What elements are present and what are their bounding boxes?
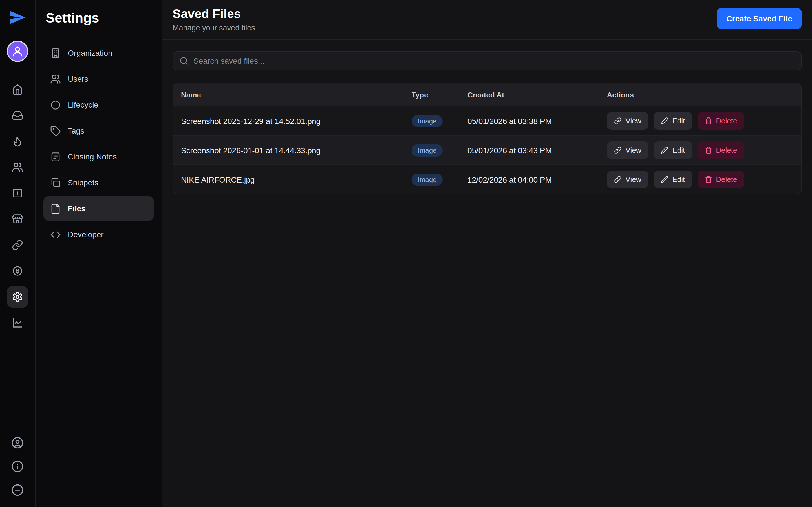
circle-icon [50, 100, 61, 110]
file-icon [50, 203, 61, 214]
settings-icon[interactable] [7, 286, 28, 307]
home-icon[interactable] [7, 79, 28, 100]
sidebar-item-label: Tags [68, 126, 84, 135]
account-icon[interactable] [10, 435, 26, 451]
tag-icon [50, 125, 61, 136]
sidebar-item-developer[interactable]: Developer [43, 222, 154, 247]
link-icon [614, 176, 622, 183]
sidebar-item-files[interactable]: Files [43, 196, 154, 221]
edit-button[interactable]: Edit [654, 142, 692, 159]
note-icon [50, 151, 61, 162]
pencil-icon [661, 147, 668, 154]
search-bar[interactable] [172, 51, 802, 70]
building-icon [50, 48, 61, 58]
trash-icon [705, 117, 712, 124]
saved-files-table: Name Type Created At Actions Screenshot … [172, 83, 802, 194]
settings-sidebar: Settings Organization Users Lifecycle [36, 0, 162, 507]
table-row: NIKE AIRFORCE.jpg Image 12/02/2026 at 04… [173, 165, 801, 194]
users-icon [50, 73, 61, 84]
sidebar-item-label: Organization [68, 48, 112, 57]
sidebar-item-label: Files [68, 204, 86, 213]
column-header-created-at: Created At [460, 91, 599, 99]
sidebar-item-closing-notes[interactable]: Closing Notes [43, 144, 154, 169]
rail-nav [7, 79, 28, 334]
row-actions: View Edit Delete [599, 171, 801, 188]
code-icon [50, 229, 61, 240]
app-logo[interactable] [8, 8, 27, 27]
sidebar-title: Settings [43, 10, 154, 26]
trash-icon [705, 147, 712, 154]
file-name: NIKE AIRFORCE.jpg [173, 175, 404, 184]
sidebar-item-label: Closing Notes [68, 152, 117, 161]
users-icon[interactable] [7, 157, 28, 178]
sidebar-item-label: Lifecycle [68, 100, 98, 109]
sidebar-item-label: Users [68, 74, 88, 83]
user-avatar[interactable] [7, 41, 28, 62]
table-row: Screenshot 2025-12-29 at 14.52.01.png Im… [173, 106, 801, 135]
column-header-name: Name [173, 91, 404, 99]
row-actions: View Edit Delete [599, 112, 801, 129]
snippet-icon [50, 177, 61, 188]
file-name: Screenshot 2025-12-29 at 14.52.01.png [173, 116, 404, 125]
link-icon[interactable] [7, 234, 28, 256]
app-root: Settings Organization Users Lifecycle [0, 0, 812, 507]
view-button[interactable]: View [607, 112, 649, 129]
info-icon[interactable] [10, 459, 26, 474]
sidebar-item-organization[interactable]: Organization [43, 41, 154, 65]
file-name: Screenshot 2026-01-01 at 14.44.33.png [173, 146, 404, 155]
column-header-type: Type [404, 91, 460, 99]
store-icon[interactable] [7, 209, 28, 230]
user-icon [11, 45, 24, 57]
paper-plane-icon [9, 9, 26, 26]
inbox-icon[interactable] [7, 105, 28, 126]
search-icon [179, 56, 188, 65]
collapse-icon[interactable] [10, 482, 26, 498]
board-icon[interactable] [7, 182, 28, 204]
type-badge: Image [412, 115, 443, 127]
flame-icon[interactable] [7, 131, 28, 152]
type-badge: Image [412, 173, 443, 186]
delete-button[interactable]: Delete [697, 171, 744, 188]
link-icon [614, 117, 622, 124]
created-at: 12/02/2026 at 04:00 PM [460, 175, 599, 184]
sidebar-item-users[interactable]: Users [43, 66, 154, 91]
view-button[interactable]: View [607, 142, 649, 159]
content-area: Name Type Created At Actions Screenshot … [162, 40, 812, 206]
sidebar-item-snippets[interactable]: Snippets [43, 170, 154, 195]
page-title: Saved Files [172, 7, 255, 21]
icon-rail [0, 0, 36, 507]
main-content: Saved Files Manage your saved files Crea… [162, 0, 812, 507]
plug-icon[interactable] [7, 260, 28, 282]
page-header: Saved Files Manage your saved files Crea… [162, 0, 812, 40]
view-button[interactable]: View [607, 171, 649, 188]
analytics-icon[interactable] [7, 312, 28, 334]
rail-bottom [10, 435, 26, 498]
created-at: 05/01/2026 at 03:38 PM [460, 116, 599, 125]
row-actions: View Edit Delete [599, 142, 801, 159]
column-header-actions: Actions [599, 91, 801, 99]
sidebar-item-lifecycle[interactable]: Lifecycle [43, 93, 154, 117]
table-header-row: Name Type Created At Actions [173, 83, 801, 106]
pencil-icon [661, 117, 668, 124]
sidebar-item-tags[interactable]: Tags [43, 118, 154, 143]
created-at: 05/01/2026 at 03:43 PM [460, 146, 599, 155]
settings-nav: Organization Users Lifecycle Tags [43, 41, 154, 247]
edit-button[interactable]: Edit [654, 171, 692, 188]
link-icon [614, 147, 622, 154]
delete-button[interactable]: Delete [697, 112, 744, 129]
trash-icon [705, 176, 712, 183]
pencil-icon [661, 176, 668, 183]
create-saved-file-button[interactable]: Create Saved File [717, 8, 802, 29]
table-row: Screenshot 2026-01-01 at 14.44.33.png Im… [173, 135, 801, 165]
page-subtitle: Manage your saved files [172, 24, 255, 32]
search-input[interactable] [193, 56, 795, 65]
edit-button[interactable]: Edit [654, 112, 692, 129]
delete-button[interactable]: Delete [697, 142, 744, 159]
type-badge: Image [412, 144, 443, 156]
sidebar-item-label: Snippets [68, 178, 98, 187]
sidebar-item-label: Developer [68, 230, 104, 239]
